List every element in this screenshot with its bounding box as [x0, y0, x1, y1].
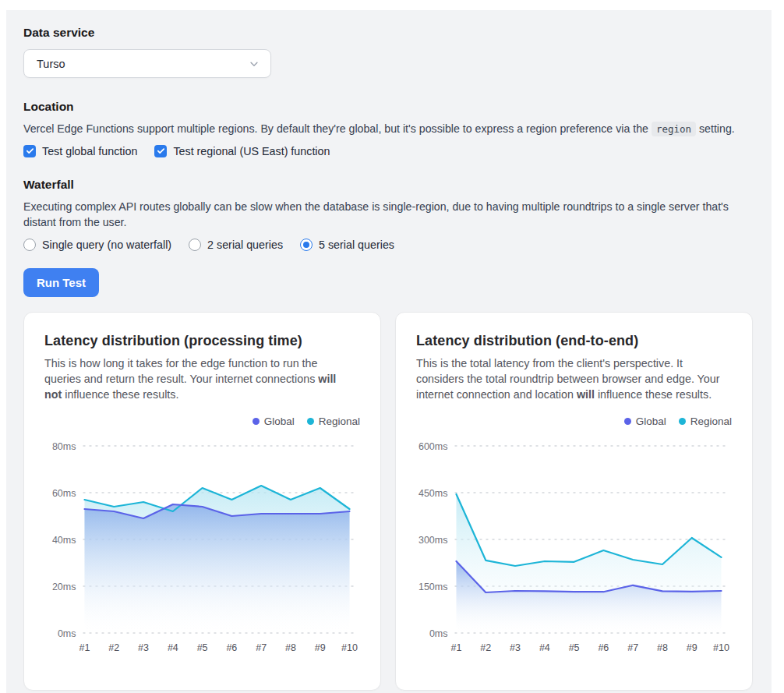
checkbox-label: Test global function: [42, 145, 137, 157]
legend-item-global: Global: [624, 415, 666, 427]
end-to-end-card-description: This is the total latency from the clien…: [416, 355, 726, 403]
legend-item-global: Global: [253, 415, 295, 427]
radio-5-serial-queries[interactable]: 5 serial queries: [300, 239, 394, 251]
location-heading: Location: [23, 100, 753, 114]
radio-unchecked-icon[interactable]: [189, 239, 201, 251]
processing-time-card: Latency distribution (processing time) T…: [23, 312, 381, 691]
global-series-dot-icon: [624, 418, 631, 425]
svg-text:#2: #2: [480, 642, 491, 653]
svg-text:600ms: 600ms: [418, 440, 448, 451]
card-description-bold: will: [577, 388, 595, 401]
radio-2-serial-queries[interactable]: 2 serial queries: [189, 239, 283, 251]
card-description-suffix: influence these results.: [595, 388, 712, 401]
checkbox-test-global-function[interactable]: Test global function: [23, 145, 137, 157]
svg-text:0ms: 0ms: [429, 628, 448, 638]
radio-checked-icon[interactable]: [300, 239, 313, 251]
location-description-text: Vercel Edge Functions support multiple r…: [23, 122, 652, 135]
end-to-end-card: Latency distribution (end-to-end) This i…: [395, 312, 753, 691]
svg-text:#4: #4: [539, 642, 550, 653]
radio-unchecked-icon[interactable]: [23, 239, 36, 251]
radio-label: 2 serial queries: [207, 239, 283, 251]
legend-item-regional: Regional: [679, 415, 732, 427]
waterfall-heading: Waterfall: [23, 178, 753, 192]
svg-text:#5: #5: [197, 642, 208, 653]
chevron-down-icon: [249, 58, 260, 69]
svg-text:#3: #3: [510, 642, 521, 653]
run-test-button[interactable]: Run Test: [23, 268, 99, 297]
processing-time-card-title: Latency distribution (processing time): [44, 333, 360, 349]
processing-time-card-description: This is how long it takes for the edge f…: [44, 355, 355, 403]
svg-text:#4: #4: [168, 642, 178, 653]
legend-label: Global: [264, 415, 295, 427]
svg-text:20ms: 20ms: [52, 581, 76, 592]
chart-cards: Latency distribution (processing time) T…: [23, 312, 753, 691]
legend-item-regional: Regional: [307, 415, 360, 427]
svg-text:80ms: 80ms: [52, 440, 76, 451]
regional-series-dot-icon: [307, 418, 314, 425]
checkbox-test-regional-function[interactable]: Test regional (US East) function: [154, 145, 330, 157]
radio-label: Single query (no waterfall): [42, 239, 171, 251]
region-code-chip: region: [652, 122, 696, 136]
svg-text:150ms: 150ms: [418, 581, 448, 592]
svg-text:#6: #6: [226, 642, 237, 653]
svg-text:300ms: 300ms: [418, 534, 448, 545]
location-description-suffix: setting.: [696, 122, 735, 135]
processing-time-chart: 0ms20ms40ms60ms80ms#1#2#3#4#5#6#7#8#9#10: [44, 433, 360, 661]
checkbox-checked-icon[interactable]: [23, 145, 36, 157]
svg-text:#7: #7: [256, 642, 267, 653]
end-to-end-card-title: Latency distribution (end-to-end): [416, 333, 732, 349]
svg-text:60ms: 60ms: [52, 487, 76, 498]
svg-text:#1: #1: [451, 642, 462, 653]
svg-text:0ms: 0ms: [58, 628, 76, 638]
legend-label: Regional: [690, 415, 732, 427]
svg-text:#9: #9: [687, 642, 697, 653]
svg-text:#10: #10: [341, 642, 358, 653]
regional-series-dot-icon: [679, 418, 686, 425]
legend-label: Regional: [319, 415, 360, 427]
radio-single-query[interactable]: Single query (no waterfall): [23, 239, 171, 251]
svg-text:#3: #3: [138, 642, 149, 653]
svg-text:450ms: 450ms: [418, 487, 448, 498]
waterfall-description: Executing complex API routes globally ca…: [23, 199, 753, 231]
svg-text:#9: #9: [315, 642, 326, 653]
data-service-select-value: Turso: [37, 58, 65, 70]
svg-text:#7: #7: [627, 642, 638, 653]
chart-legend: Global Regional: [416, 415, 732, 427]
main-panel: Data service Turso Location Vercel Edge …: [6, 10, 772, 693]
svg-text:#6: #6: [598, 642, 609, 653]
legend-label: Global: [636, 415, 666, 427]
svg-text:#10: #10: [713, 642, 729, 653]
end-to-end-chart: 0ms150ms300ms450ms600ms#1#2#3#4#5#6#7#8#…: [416, 433, 732, 661]
checkbox-label: Test regional (US East) function: [173, 145, 330, 157]
svg-text:#5: #5: [569, 642, 580, 653]
location-checkbox-row: Test global function Test regional (US E…: [23, 145, 753, 157]
svg-text:#8: #8: [285, 642, 296, 653]
card-description-text: This is how long it takes for the edge f…: [44, 357, 318, 385]
checkbox-checked-icon[interactable]: [154, 145, 167, 157]
svg-text:40ms: 40ms: [52, 534, 76, 545]
card-description-suffix: influence these results.: [62, 388, 178, 401]
waterfall-radio-row: Single query (no waterfall) 2 serial que…: [23, 239, 753, 251]
location-description: Vercel Edge Functions support multiple r…: [23, 121, 753, 137]
radio-label: 5 serial queries: [319, 239, 394, 251]
global-series-dot-icon: [253, 418, 260, 425]
svg-text:#8: #8: [657, 642, 668, 653]
svg-text:#1: #1: [79, 642, 90, 653]
chart-legend: Global Regional: [44, 415, 360, 427]
svg-text:#2: #2: [108, 642, 119, 653]
data-service-heading: Data service: [23, 26, 753, 40]
data-service-select[interactable]: Turso: [23, 49, 271, 78]
